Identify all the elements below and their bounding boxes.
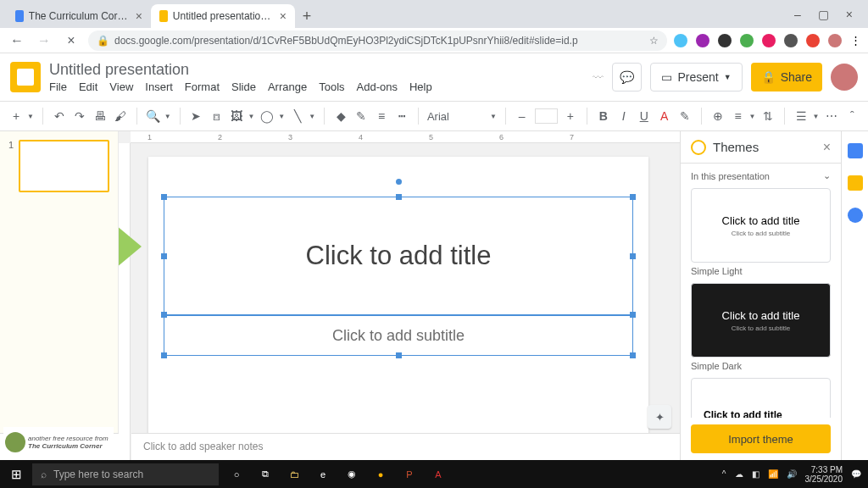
close-icon[interactable]: ×	[846, 8, 853, 21]
image-tool[interactable]: 🖼	[229, 108, 244, 125]
profile-avatar[interactable]	[828, 34, 842, 47]
menu-insert[interactable]: Insert	[145, 80, 173, 93]
extension-icon[interactable]	[674, 34, 687, 47]
more-button[interactable]: ⋯	[824, 108, 839, 125]
comments-button[interactable]: 💬	[612, 63, 642, 92]
paint-format-button[interactable]: 🖌	[113, 108, 128, 125]
star-icon[interactable]: ☆	[649, 35, 659, 47]
highlight-button[interactable]: ✎	[677, 108, 693, 125]
volume-icon[interactable]: 🔊	[787, 469, 797, 479]
close-icon[interactable]: ×	[280, 9, 287, 23]
onedrive-icon[interactable]: ☁	[735, 469, 743, 479]
browser-tab[interactable]: The Curriculum Corner teachers ×	[7, 4, 151, 28]
address-bar[interactable]: 🔒 docs.google.com/presentation/d/1CvReF5…	[88, 30, 667, 51]
shape-tool[interactable]: ◯	[259, 108, 275, 125]
start-button[interactable]: ⊞	[0, 467, 32, 482]
maximize-icon[interactable]: ▢	[818, 8, 829, 21]
border-weight-button[interactable]: ≡	[374, 108, 389, 125]
tray-icon[interactable]: ◧	[752, 469, 760, 479]
extension-icon[interactable]	[784, 34, 798, 47]
line-spacing-button[interactable]: ⇅	[761, 108, 776, 125]
font-selector[interactable]: Arial	[427, 110, 487, 123]
close-panel-icon[interactable]: ×	[823, 140, 831, 155]
calendar-icon[interactable]	[848, 143, 863, 158]
menu-view[interactable]: View	[109, 80, 133, 93]
theme-option[interactable]: Click to add title	[691, 378, 831, 418]
font-size-inc[interactable]: +	[563, 108, 578, 125]
share-button[interactable]: 🔒 Share	[751, 63, 822, 92]
extension-icon[interactable]	[806, 34, 820, 47]
keep-icon[interactable]	[848, 175, 863, 191]
zoom-button[interactable]: 🔍	[146, 108, 161, 125]
browser-tab-active[interactable]: Untitled presentation - Google S ×	[151, 4, 295, 28]
line-tool[interactable]: ╲	[290, 108, 305, 125]
fill-color-button[interactable]: ◆	[333, 108, 348, 125]
present-button[interactable]: ▭ Present ▼	[650, 63, 742, 92]
minimize-icon[interactable]: –	[794, 8, 801, 21]
tasks-icon[interactable]	[848, 208, 863, 223]
wifi-icon[interactable]: 📶	[768, 469, 778, 479]
text-color-button[interactable]: A	[657, 108, 672, 125]
menu-file[interactable]: File	[49, 80, 67, 93]
new-tab-button[interactable]: +	[295, 4, 319, 28]
forward-button[interactable]: →	[34, 33, 54, 48]
font-size-dec[interactable]: –	[515, 108, 530, 125]
underline-button[interactable]: U	[637, 108, 652, 125]
tray-chevron-icon[interactable]: ^	[722, 469, 726, 479]
select-tool[interactable]: ➤	[188, 108, 203, 125]
border-color-button[interactable]: ✎	[353, 108, 369, 125]
slide-canvas[interactable]: Click to add title Click to add subtitle	[148, 157, 648, 438]
extension-icon[interactable]	[718, 34, 732, 47]
bold-button[interactable]: B	[596, 108, 611, 125]
acrobat-icon[interactable]: A	[426, 463, 451, 486]
speaker-notes[interactable]: Click to add speaker notes	[131, 433, 680, 460]
activity-icon[interactable]: 〰	[593, 71, 604, 84]
font-size-input[interactable]	[535, 108, 558, 124]
italic-button[interactable]: I	[616, 108, 632, 125]
menu-addons[interactable]: Add-ons	[357, 80, 398, 93]
theme-option[interactable]: Click to add title Click to add subtitle	[691, 283, 831, 358]
import-theme-button[interactable]: Import theme	[691, 424, 831, 453]
extension-icon[interactable]	[740, 34, 754, 47]
align-button[interactable]: ≡	[731, 108, 746, 125]
back-button[interactable]: ←	[7, 33, 27, 48]
title-textbox[interactable]: Click to add title	[164, 197, 633, 315]
slide-thumbnail[interactable]	[19, 140, 109, 192]
link-button[interactable]: ⊕	[710, 108, 726, 125]
chrome-icon[interactable]: ◉	[339, 463, 364, 486]
cortana-icon[interactable]: ○	[224, 463, 249, 486]
clock[interactable]: 7:33 PM 3/25/2020	[805, 465, 843, 484]
theme-option[interactable]: Click to add title Click to add subtitle	[691, 188, 831, 263]
menu-edit[interactable]: Edit	[79, 80, 97, 93]
taskview-icon[interactable]: ⧉	[253, 463, 278, 486]
menu-icon[interactable]: ⋮	[850, 34, 861, 47]
menu-arrange[interactable]: Arrange	[268, 80, 307, 93]
chevron-down-icon[interactable]: ⌄	[823, 170, 831, 181]
slides-logo[interactable]	[10, 62, 41, 92]
notifications-icon[interactable]: 💬	[851, 469, 861, 479]
explore-button[interactable]: ✦	[648, 405, 671, 429]
new-slide-button[interactable]: +	[8, 108, 24, 125]
list-button[interactable]: ☰	[793, 108, 809, 125]
menu-format[interactable]: Format	[185, 80, 220, 93]
menu-slide[interactable]: Slide	[231, 80, 256, 93]
app-icon[interactable]: ●	[368, 463, 393, 486]
menu-tools[interactable]: Tools	[319, 80, 344, 93]
extension-icon[interactable]	[696, 34, 709, 47]
edge-icon[interactable]: e	[310, 463, 336, 486]
document-title[interactable]: Untitled presentation	[49, 61, 432, 79]
extension-icon[interactable]	[762, 34, 776, 47]
border-dash-button[interactable]: ┅	[394, 108, 409, 125]
undo-button[interactable]: ↶	[52, 108, 67, 125]
taskbar-search[interactable]: ⌕ Type here to search	[32, 463, 219, 485]
stop-button[interactable]: ×	[61, 33, 81, 48]
print-button[interactable]: 🖶	[92, 108, 108, 125]
close-icon[interactable]: ×	[136, 9, 142, 23]
collapse-toolbar-icon[interactable]: ˆ	[844, 108, 860, 125]
account-avatar[interactable]	[831, 64, 858, 91]
explorer-icon[interactable]: 🗀	[281, 463, 307, 486]
textbox-tool[interactable]: ⧈	[209, 108, 224, 125]
powerpoint-icon[interactable]: P	[397, 463, 422, 486]
redo-button[interactable]: ↷	[72, 108, 87, 125]
subtitle-textbox[interactable]: Click to add subtitle	[164, 315, 633, 356]
